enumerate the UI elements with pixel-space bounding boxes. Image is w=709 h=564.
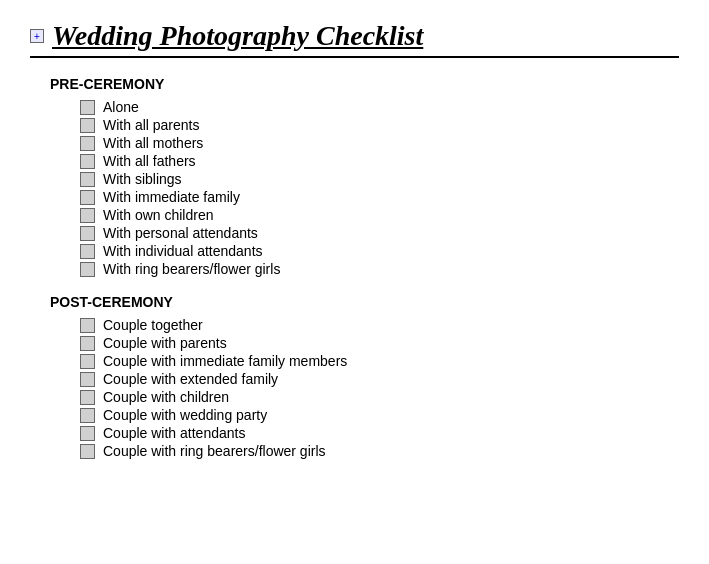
item-label: With own children	[103, 207, 214, 223]
list-item: With all parents	[30, 116, 679, 134]
item-label: With all mothers	[103, 135, 203, 151]
page-title: Wedding Photography Checklist	[52, 20, 423, 52]
checkbox[interactable]	[80, 154, 95, 169]
item-label: With ring bearers/flower girls	[103, 261, 280, 277]
item-label: With siblings	[103, 171, 182, 187]
list-item: Couple with extended family	[30, 370, 679, 388]
list-item: With ring bearers/flower girls	[30, 260, 679, 278]
list-item: Couple with wedding party	[30, 406, 679, 424]
item-label: Couple with children	[103, 389, 229, 405]
list-item: With immediate family	[30, 188, 679, 206]
item-label: With all parents	[103, 117, 199, 133]
expand-icon[interactable]: +	[30, 29, 44, 43]
sections-container: PRE-CEREMONYAloneWith all parentsWith al…	[30, 76, 679, 460]
checkbox[interactable]	[80, 118, 95, 133]
checkbox[interactable]	[80, 190, 95, 205]
list-item: With siblings	[30, 170, 679, 188]
section-header-post-ceremony: POST-CEREMONY	[30, 294, 679, 310]
item-label: Couple with attendants	[103, 425, 245, 441]
list-item: Alone	[30, 98, 679, 116]
checkbox[interactable]	[80, 426, 95, 441]
item-label: Couple with parents	[103, 335, 227, 351]
list-item: Couple with ring bearers/flower girls	[30, 442, 679, 460]
checkbox[interactable]	[80, 336, 95, 351]
section-pre-ceremony: PRE-CEREMONYAloneWith all parentsWith al…	[30, 76, 679, 278]
checkbox[interactable]	[80, 262, 95, 277]
item-label: Couple with immediate family members	[103, 353, 347, 369]
checkbox[interactable]	[80, 226, 95, 241]
checkbox[interactable]	[80, 354, 95, 369]
checkbox[interactable]	[80, 318, 95, 333]
checkbox[interactable]	[80, 372, 95, 387]
item-label: Couple with extended family	[103, 371, 278, 387]
item-label: Couple together	[103, 317, 203, 333]
checkbox[interactable]	[80, 244, 95, 259]
checkbox[interactable]	[80, 390, 95, 405]
list-item: Couple with children	[30, 388, 679, 406]
checkbox[interactable]	[80, 172, 95, 187]
section-post-ceremony: POST-CEREMONYCouple togetherCouple with …	[30, 294, 679, 460]
checkbox[interactable]	[80, 208, 95, 223]
list-item: Couple with immediate family members	[30, 352, 679, 370]
item-label: Couple with ring bearers/flower girls	[103, 443, 326, 459]
list-item: With personal attendants	[30, 224, 679, 242]
item-label: With immediate family	[103, 189, 240, 205]
list-item: Couple with attendants	[30, 424, 679, 442]
item-label: With personal attendants	[103, 225, 258, 241]
list-item: With all fathers	[30, 152, 679, 170]
checkbox[interactable]	[80, 100, 95, 115]
list-item: Couple with parents	[30, 334, 679, 352]
item-label: With individual attendants	[103, 243, 263, 259]
section-header-pre-ceremony: PRE-CEREMONY	[30, 76, 679, 92]
item-label: Alone	[103, 99, 139, 115]
item-label: Couple with wedding party	[103, 407, 267, 423]
list-item: With individual attendants	[30, 242, 679, 260]
item-label: With all fathers	[103, 153, 196, 169]
checkbox[interactable]	[80, 444, 95, 459]
checkbox[interactable]	[80, 136, 95, 151]
list-item: With own children	[30, 206, 679, 224]
list-item: Couple together	[30, 316, 679, 334]
checkbox[interactable]	[80, 408, 95, 423]
list-item: With all mothers	[30, 134, 679, 152]
title-section: + Wedding Photography Checklist	[30, 20, 679, 58]
